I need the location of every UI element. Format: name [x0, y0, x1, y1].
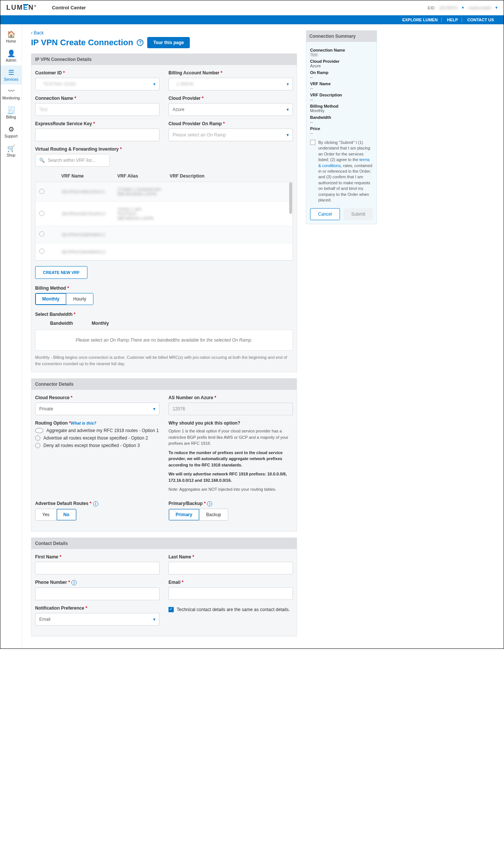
chevron-down-icon: ▾ — [287, 132, 289, 138]
same-contact-checkbox[interactable] — [168, 607, 174, 612]
sidebar-item-home[interactable]: 🏠Home — [0, 27, 22, 46]
what-is-this-link[interactable]: What is this? — [71, 421, 96, 425]
logo: LUMEN® — [6, 4, 37, 12]
radio-icon — [39, 231, 44, 237]
chevron-down-icon: ▾ — [287, 81, 289, 87]
section-connector-details: Connector Details — [31, 379, 297, 390]
tour-button[interactable]: Tour this page — [147, 37, 190, 48]
notification-pref-select[interactable]: Email▾ — [35, 613, 160, 626]
radio-icon — [39, 249, 44, 254]
billing-monthly[interactable]: Monthly — [35, 293, 67, 305]
help-icon[interactable]: ? — [137, 39, 143, 46]
nav-explore[interactable]: EXPLORE LUMEN — [399, 18, 442, 22]
sidebar-item-services[interactable]: ☰Services — [0, 65, 22, 84]
create-vrf-button[interactable]: CREATE NEW VRF — [35, 266, 87, 279]
gear-icon: ⚙ — [0, 125, 22, 133]
submit-button[interactable]: Submit — [344, 208, 373, 220]
table-row[interactable]: SEVPNXXS382540VLC — [35, 226, 293, 243]
pb-primary[interactable]: Primary — [169, 509, 200, 520]
radio-icon — [35, 443, 40, 448]
customer-id-select[interactable]: TESTING 15162▾ — [35, 78, 160, 90]
radio-icon — [39, 211, 44, 216]
radio-icon — [35, 428, 43, 433]
section-contact-details: Contact Details — [31, 538, 297, 549]
radio-icon — [39, 189, 44, 194]
eid-value[interactable]: 10178579 — [439, 6, 457, 10]
table-row[interactable]: SEVPNXXSE70143VLC22526-1-VAT- PG2TEST- B… — [35, 202, 293, 226]
list-icon: ☰ — [0, 68, 22, 77]
info-icon[interactable]: i — [93, 501, 98, 506]
adr-yes[interactable]: Yes — [35, 509, 57, 520]
chevron-down-icon: ▾ — [153, 617, 155, 622]
bandwidth-empty-msg: Please select an On Ramp.There are no ba… — [35, 330, 293, 351]
expressroute-key-input[interactable] — [35, 129, 160, 141]
chevron-down-icon[interactable]: ▾ — [462, 5, 464, 10]
sidebar-item-admin[interactable]: 👤Admin — [0, 46, 22, 65]
info-icon[interactable]: i — [207, 501, 212, 506]
pb-backup[interactable]: Backup — [200, 509, 228, 520]
vrf-search-input[interactable]: 🔍Search within VRF list... — [35, 154, 110, 167]
billing-method-toggle[interactable]: Monthly Hourly — [35, 293, 93, 305]
activity-icon: 〰 — [0, 87, 22, 95]
user-menu[interactable]: markovmtelt — [469, 6, 491, 10]
routing-option-1[interactable]: Aggregate and advertise my RFC 1918 rout… — [35, 428, 160, 433]
radio-icon — [35, 435, 40, 441]
summary-title: Connection Summary — [306, 31, 377, 42]
chevron-down-icon[interactable]: ▾ — [495, 5, 498, 10]
scrollbar[interactable] — [289, 182, 292, 214]
chevron-down-icon: ▾ — [287, 107, 289, 112]
cloud-resource-select[interactable]: Private▾ — [35, 403, 160, 415]
connection-name-input[interactable]: Test — [35, 103, 160, 116]
user-icon: 👤 — [0, 49, 22, 58]
billing-icon: 🧾 — [0, 106, 22, 114]
page-title: IP VPN Create Connection — [31, 38, 133, 47]
phone-input[interactable] — [35, 588, 160, 600]
chevron-down-icon: ▾ — [153, 81, 155, 87]
info-icon[interactable]: i — [71, 580, 77, 585]
terms-checkbox[interactable] — [310, 140, 315, 145]
adr-no[interactable]: No — [57, 509, 76, 520]
primary-backup-toggle[interactable]: Primary Backup — [168, 509, 228, 521]
table-row[interactable]: SEVPNXXXM12SSVLCZTDMX-1-SUNDAYVAT- BBCW1… — [35, 182, 293, 202]
email-input[interactable] — [168, 587, 293, 600]
sidebar-item-monitoring[interactable]: 〰Monitoring — [0, 84, 22, 103]
onramp-select[interactable]: Please select an On Ramp▾ — [168, 129, 293, 141]
routing-option-2[interactable]: Advertise all routes except those specif… — [35, 435, 160, 441]
cloud-provider-select[interactable]: Azure▾ — [168, 103, 293, 116]
section-connection-details: IP VPN Connection Details — [31, 54, 297, 65]
cancel-button[interactable]: Cancel — [310, 208, 340, 220]
home-icon: 🏠 — [0, 30, 22, 38]
chevron-down-icon: ▾ — [153, 406, 155, 412]
billing-hourly[interactable]: Hourly — [67, 293, 93, 305]
search-icon: 🔍 — [39, 158, 45, 163]
eid-label: EID — [428, 6, 435, 10]
billing-account-select[interactable]: 1-556VK▾ — [168, 78, 293, 90]
sidebar-item-shop[interactable]: 🛒Shop — [0, 141, 22, 160]
sidebar-item-support[interactable]: ⚙Support — [0, 122, 22, 141]
cart-icon: 🛒 — [0, 144, 22, 152]
last-name-input[interactable] — [168, 562, 293, 574]
app-title: Control Center — [52, 5, 86, 10]
sidebar-item-billing[interactable]: 🧾Billing — [0, 103, 22, 122]
chevron-left-icon: ‹ — [31, 30, 33, 36]
back-link[interactable]: ‹ Back — [31, 30, 44, 36]
advertise-default-toggle[interactable]: Yes No — [35, 509, 77, 521]
first-name-input[interactable] — [35, 562, 160, 574]
as-number-input: 12076 — [168, 403, 293, 415]
nav-contact[interactable]: CONTACT US — [464, 18, 498, 22]
routing-option-3[interactable]: Deny all routes except those specified -… — [35, 443, 160, 448]
table-row[interactable]: SEVPNXXSA43843VLC — [35, 243, 293, 261]
nav-help[interactable]: HELP — [443, 18, 462, 22]
